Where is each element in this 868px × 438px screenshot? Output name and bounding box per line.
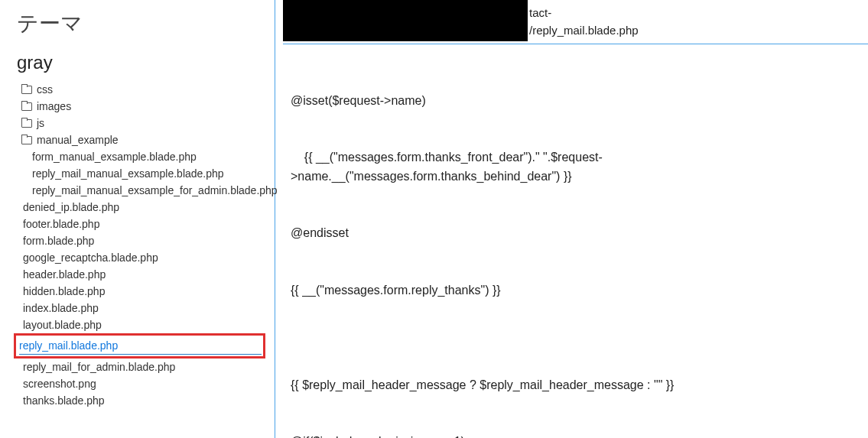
redacted-block [283,0,528,41]
code-line: {{ __("messages.form.reply_thanks") }} [291,281,863,300]
file-item[interactable]: reply_mail_manual_exsample_for_admin.bla… [17,182,267,199]
file-item[interactable]: index.blade.php [18,300,267,316]
folder-manual-example[interactable]: manual_example [17,131,267,148]
folder-label: manual_example [37,134,119,146]
file-item[interactable]: footer.blade.php [18,216,267,232]
folder-label: css [37,83,53,96]
folder-icon [21,86,32,94]
highlight-box: reply_mail.blade.php [14,333,265,359]
folder-icon [21,136,32,144]
folder-css[interactable]: css [17,81,267,98]
folder-images[interactable]: images [17,98,267,115]
folder-icon [21,119,32,128]
file-item[interactable]: hidden.blade.php [18,283,267,300]
theme-name: gray [17,52,267,73]
path-fragment: tact- [529,6,551,19]
file-item[interactable]: reply_mail_manual_exsample.blade.php [17,165,267,182]
code-line: @isset($request->name) [291,92,863,111]
folder-label: images [37,100,71,112]
file-item[interactable]: form_manual_exsample.blade.php [17,148,267,165]
file-item[interactable]: screenshot.png [18,375,267,392]
file-path: tact- /reply_mail.blade.php [529,0,639,39]
main-panel: tact- /reply_mail.blade.php @isset($requ… [275,0,868,438]
file-item[interactable]: header.blade.php [18,266,267,283]
code-line: {{ $reply_mail_header_message ? $reply_m… [291,376,863,395]
sidebar: テーマ gray css images js manual_example fo… [0,0,275,438]
folder-js[interactable]: js [17,115,267,131]
code-line: {{ __("messages.form.thanks_front_dear")… [291,148,863,187]
file-item[interactable]: google_recaptcha.blade.php [18,249,267,266]
folder-icon [21,102,32,111]
file-item-selected[interactable]: reply_mail.blade.php [19,337,262,355]
file-item[interactable]: denied_ip.blade.php [18,199,267,216]
file-path-row: tact- /reply_mail.blade.php [283,0,868,44]
file-item[interactable]: layout.blade.php [18,316,267,333]
code-line: @if($include_submissions == 1) [291,433,863,438]
file-item[interactable]: thanks.blade.php [18,392,267,409]
sidebar-title: テーマ [17,9,267,38]
code-line: @endisset [291,224,863,243]
folder-label: js [37,117,44,129]
code-viewer[interactable]: @isset($request->name) {{ __("messages.f… [283,44,868,438]
path-fragment: /reply_mail.blade.php [529,24,639,37]
file-item[interactable]: reply_mail_for_admin.blade.php [18,359,267,375]
file-item[interactable]: form.blade.php [18,232,267,249]
